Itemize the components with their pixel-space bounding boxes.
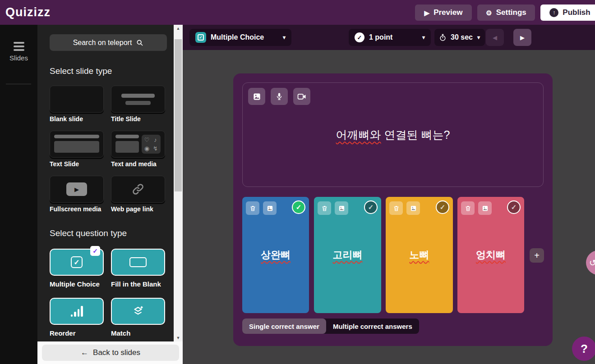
tile-label-text-media: Text and media [111,160,157,168]
prev-question-button[interactable]: ◀ [486,29,504,46]
play-icon: ▶ [424,9,430,16]
next-arrow-icon: ▶ [520,34,525,41]
tile-label-title: Title Slide [111,115,141,123]
left-rail: Slides [0,25,37,364]
back-to-slides-button[interactable]: ← Back to slides [42,345,179,361]
scrollbar-thumb[interactable] [175,39,182,191]
points-check-icon: ✓ [355,32,364,42]
text-media-preview: ♡♪ ◉↯ [111,131,165,157]
checkbox-icon: ✓ [71,256,83,268]
scroll-up-arrow[interactable]: ▲ [174,25,183,32]
title-slide-preview [111,86,165,112]
settings-button[interactable]: ⚙ Settings [477,5,535,21]
qtype-fill-in-blank[interactable] [111,249,165,276]
floating-action-partial[interactable]: ↺ [586,250,595,275]
multiple-choice-icon: ✓ [195,32,206,43]
gear-icon: ⚙ [486,9,492,16]
question-text-flagged: 어깨뼈와 [336,128,381,141]
fab-glyph-icon: ↺ [589,258,595,268]
rail-divider [6,84,31,84]
help-button[interactable]: ? [572,337,595,361]
question-text-rest: 연결된 뼈는? [381,128,450,141]
answer-text[interactable]: 상완뼈 [242,197,309,313]
next-question-button[interactable]: ▶ [513,29,531,46]
publish-button[interactable]: ↑ Publish [540,5,595,21]
settings-label: Settings [496,8,526,17]
answer-text[interactable]: 엉치뼈 [457,197,524,313]
search-label: Search on teleport [73,39,132,47]
qtype-label-mc: Multiple Choice [50,280,100,288]
plus-icon: + [534,250,540,261]
chevron-down-icon: ▾ [422,34,425,41]
question-type-dropdown[interactable]: ✓ Multiple Choice ▾ [189,29,291,46]
question-card: 어깨뼈와 연결된 뼈는? ✓ 상완뼈 ✓ 고리뼈 [233,73,553,346]
match-layers-icon [131,305,145,318]
question-mark-icon: ? [581,342,588,356]
tile-fullscreen-media[interactable]: ▶ [50,176,104,203]
preview-button[interactable]: ▶ Preview [415,5,472,21]
tile-label-weblink: Web page link [111,205,153,213]
top-header: Quizizz ▶ Preview ⚙ Settings ↑ Publish [0,0,595,25]
answer-option-3[interactable]: ✓ 노뼈 [386,197,453,313]
timer-dropdown[interactable]: 30 sec ▾ [434,29,485,46]
qtype-label-fib: Fill in the Blank [111,280,161,288]
timer-value: 30 sec [451,33,473,41]
question-editor[interactable]: 어깨뼈와 연결된 뼈는? [242,82,544,187]
slides-label: Slides [9,54,28,62]
multiple-answers-segment[interactable]: Multiple correct answers [326,318,419,334]
add-answer-button[interactable]: + [530,248,544,263]
back-strip: ← Back to slides [37,341,183,364]
slides-icon [14,42,24,51]
search-teleport-button[interactable]: Search on teleport [50,34,167,51]
selected-check-badge: ✓ [90,246,100,256]
chevron-down-icon: ▾ [283,34,286,41]
text-slide-preview [50,131,103,156]
video-play-icon: ▶ [66,182,87,196]
slide-type-panel: Search on teleport Select slide type Bla… [37,25,183,341]
points-value: 1 point [369,33,418,41]
quizizz-logo: Quizizz [5,5,51,19]
editor-toolbar: ✓ Multiple Choice ▾ ◀ ▶ ✓ 1 point ▾ 30 s… [183,25,595,50]
qtype-match[interactable] [111,298,165,325]
tile-label-blank: Blank slide [50,115,83,123]
media-grid-icon: ♡♪ ◉↯ [142,135,161,154]
answer-option-1[interactable]: ✓ 상완뼈 [242,197,309,313]
reorder-bars-icon [71,306,83,317]
question-text[interactable]: 어깨뼈와 연결된 뼈는? [243,83,543,187]
tile-blank-slide[interactable] [50,86,104,113]
points-dropdown[interactable]: ✓ 1 point ▾ [349,29,431,46]
back-label: Back to slides [93,348,140,357]
preview-label: Preview [434,8,462,17]
qtype-reorder[interactable] [50,298,104,325]
answer-text[interactable]: 노뼈 [386,197,453,313]
tile-label-fullscreen: Fullscreen media [50,205,101,213]
question-type-value: Multiple Choice [211,33,278,41]
prev-arrow-icon: ◀ [493,34,497,41]
tile-text-and-media[interactable]: ♡♪ ◉↯ [111,131,165,158]
tile-title-slide[interactable] [111,86,165,113]
stopwatch-icon [439,34,446,41]
single-answer-segment[interactable]: Single correct answer [242,318,326,334]
back-arrow-icon: ← [81,348,88,357]
question-section-title: Select question type [50,228,127,238]
answer-text[interactable]: 고리뼈 [314,197,381,313]
tile-web-page-link[interactable] [111,176,165,203]
tile-label-text: Text Slide [50,160,79,168]
answer-mode-toggle: Single correct answer Multiple correct a… [242,318,419,334]
link-icon [131,182,145,196]
panel-scrollbar[interactable]: ▲ ▼ [174,25,183,341]
sidebar-item-slides[interactable]: Slides [0,42,37,62]
qtype-multiple-choice[interactable]: ✓ ✓ [50,249,104,276]
quizizz-editor: Quizizz ▶ Preview ⚙ Settings ↑ Publish S… [0,0,595,364]
answer-option-2[interactable]: ✓ 고리뼈 [314,197,381,313]
chevron-down-icon: ▾ [477,34,480,41]
tile-text-slide[interactable] [50,131,104,158]
qtype-label-reorder: Reorder [50,329,76,337]
scroll-down-arrow[interactable]: ▼ [174,334,183,341]
blank-field-icon [129,257,147,267]
qtype-label-match: Match [111,329,130,337]
search-icon [136,39,143,46]
cloud-upload-icon: ↑ [549,8,558,17]
answer-option-4[interactable]: ✓ 엉치뼈 [457,197,524,313]
publish-label: Publish [563,8,590,17]
